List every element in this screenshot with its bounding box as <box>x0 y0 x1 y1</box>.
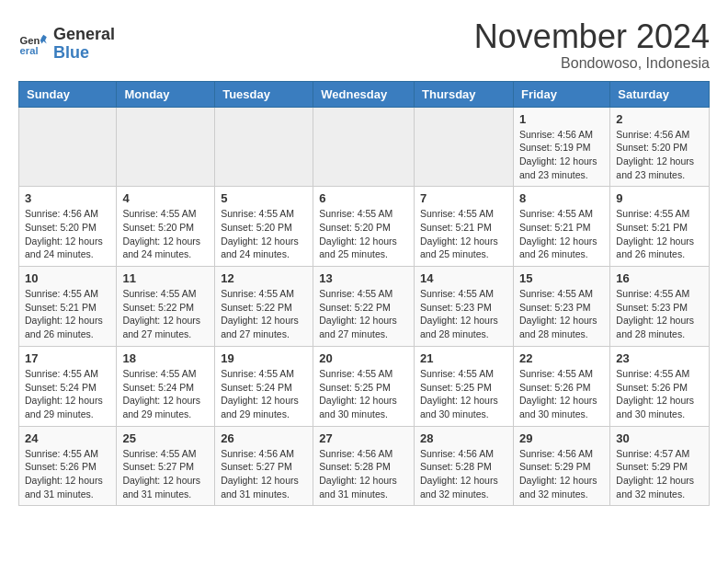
day-number: 26 <box>221 431 307 445</box>
day-cell-3: 3Sunrise: 4:56 AMSunset: 5:20 PMDaylight… <box>19 187 117 267</box>
logo-text: General Blue <box>53 26 115 63</box>
logo-icon: Gen eral <box>18 29 48 59</box>
day-cell-14: 14Sunrise: 4:55 AMSunset: 5:23 PMDayligh… <box>415 267 514 347</box>
day-number: 10 <box>25 271 110 285</box>
day-number: 18 <box>122 351 209 365</box>
day-cell-28: 28Sunrise: 4:56 AMSunset: 5:28 PMDayligh… <box>415 426 514 506</box>
day-number: 2 <box>616 112 703 126</box>
day-cell-empty-0-2 <box>215 107 313 187</box>
column-header-wednesday: Wednesday <box>313 81 415 107</box>
svg-text:eral: eral <box>20 45 39 56</box>
day-info: Sunrise: 4:56 AMSunset: 5:28 PMDaylight:… <box>420 447 507 501</box>
day-info: Sunrise: 4:55 AMSunset: 5:20 PMDaylight:… <box>122 207 209 261</box>
day-info: Sunrise: 4:55 AMSunset: 5:21 PMDaylight:… <box>420 207 507 261</box>
logo-line1: General <box>53 26 115 44</box>
day-cell-empty-0-4 <box>415 107 514 187</box>
day-cell-2: 2Sunrise: 4:56 AMSunset: 5:20 PMDaylight… <box>610 107 710 187</box>
day-number: 3 <box>25 191 110 205</box>
day-number: 14 <box>420 271 507 285</box>
page-header: Gen eral General Blue November 2024 Bond… <box>18 18 710 72</box>
day-cell-29: 29Sunrise: 4:56 AMSunset: 5:29 PMDayligh… <box>513 426 609 506</box>
day-info: Sunrise: 4:56 AMSunset: 5:27 PMDaylight:… <box>221 447 307 501</box>
day-info: Sunrise: 4:55 AMSunset: 5:25 PMDaylight:… <box>420 367 507 421</box>
day-info: Sunrise: 4:55 AMSunset: 5:21 PMDaylight:… <box>616 207 703 261</box>
day-info: Sunrise: 4:55 AMSunset: 5:26 PMDaylight:… <box>616 367 703 421</box>
day-cell-30: 30Sunrise: 4:57 AMSunset: 5:29 PMDayligh… <box>610 426 710 506</box>
day-info: Sunrise: 4:55 AMSunset: 5:20 PMDaylight:… <box>319 207 408 261</box>
day-number: 11 <box>122 271 209 285</box>
day-cell-23: 23Sunrise: 4:55 AMSunset: 5:26 PMDayligh… <box>610 346 710 426</box>
day-cell-27: 27Sunrise: 4:56 AMSunset: 5:28 PMDayligh… <box>313 426 415 506</box>
day-cell-13: 13Sunrise: 4:55 AMSunset: 5:22 PMDayligh… <box>313 267 415 347</box>
day-info: Sunrise: 4:56 AMSunset: 5:29 PMDaylight:… <box>519 447 604 501</box>
day-info: Sunrise: 4:55 AMSunset: 5:27 PMDaylight:… <box>122 447 209 501</box>
day-cell-24: 24Sunrise: 4:55 AMSunset: 5:26 PMDayligh… <box>19 426 117 506</box>
column-header-monday: Monday <box>117 81 215 107</box>
day-info: Sunrise: 4:55 AMSunset: 5:25 PMDaylight:… <box>319 367 408 421</box>
day-info: Sunrise: 4:56 AMSunset: 5:20 PMDaylight:… <box>25 207 110 261</box>
calendar-title: November 2024 <box>474 18 710 55</box>
day-info: Sunrise: 4:55 AMSunset: 5:22 PMDaylight:… <box>221 287 307 341</box>
day-info: Sunrise: 4:55 AMSunset: 5:23 PMDaylight:… <box>420 287 507 341</box>
day-cell-7: 7Sunrise: 4:55 AMSunset: 5:21 PMDaylight… <box>415 187 514 267</box>
calendar-table: SundayMondayTuesdayWednesdayThursdayFrid… <box>18 81 710 507</box>
column-header-saturday: Saturday <box>610 81 710 107</box>
day-cell-9: 9Sunrise: 4:55 AMSunset: 5:21 PMDaylight… <box>610 187 710 267</box>
day-info: Sunrise: 4:56 AMSunset: 5:28 PMDaylight:… <box>319 447 408 501</box>
week-row-4: 17Sunrise: 4:55 AMSunset: 5:24 PMDayligh… <box>19 346 710 426</box>
day-number: 12 <box>221 271 307 285</box>
day-number: 21 <box>420 351 507 365</box>
svg-text:Gen: Gen <box>20 35 40 46</box>
day-info: Sunrise: 4:55 AMSunset: 5:24 PMDaylight:… <box>122 367 209 421</box>
day-cell-4: 4Sunrise: 4:55 AMSunset: 5:20 PMDaylight… <box>117 187 215 267</box>
calendar-header-row: SundayMondayTuesdayWednesdayThursdayFrid… <box>19 81 710 107</box>
column-header-tuesday: Tuesday <box>215 81 313 107</box>
day-info: Sunrise: 4:55 AMSunset: 5:22 PMDaylight:… <box>319 287 408 341</box>
day-number: 24 <box>25 431 110 445</box>
day-number: 8 <box>519 191 604 205</box>
week-row-3: 10Sunrise: 4:55 AMSunset: 5:21 PMDayligh… <box>19 267 710 347</box>
day-info: Sunrise: 4:55 AMSunset: 5:21 PMDaylight:… <box>519 207 604 261</box>
day-cell-1: 1Sunrise: 4:56 AMSunset: 5:19 PMDaylight… <box>513 107 609 187</box>
day-cell-11: 11Sunrise: 4:55 AMSunset: 5:22 PMDayligh… <box>117 267 215 347</box>
day-info: Sunrise: 4:55 AMSunset: 5:23 PMDaylight:… <box>616 287 703 341</box>
day-number: 17 <box>25 351 110 365</box>
day-cell-12: 12Sunrise: 4:55 AMSunset: 5:22 PMDayligh… <box>215 267 313 347</box>
day-number: 1 <box>519 112 604 126</box>
day-info: Sunrise: 4:55 AMSunset: 5:24 PMDaylight:… <box>221 367 307 421</box>
day-cell-empty-0-3 <box>313 107 415 187</box>
day-info: Sunrise: 4:56 AMSunset: 5:20 PMDaylight:… <box>616 128 703 182</box>
day-number: 13 <box>319 271 408 285</box>
logo: Gen eral General Blue <box>18 26 115 63</box>
day-cell-empty-0-1 <box>117 107 215 187</box>
day-cell-15: 15Sunrise: 4:55 AMSunset: 5:23 PMDayligh… <box>513 267 609 347</box>
day-number: 20 <box>319 351 408 365</box>
day-cell-16: 16Sunrise: 4:55 AMSunset: 5:23 PMDayligh… <box>610 267 710 347</box>
day-number: 28 <box>420 431 507 445</box>
calendar-subtitle: Bondowoso, Indonesia <box>474 55 710 72</box>
day-number: 30 <box>616 431 703 445</box>
day-number: 7 <box>420 191 507 205</box>
day-number: 27 <box>319 431 408 445</box>
day-info: Sunrise: 4:55 AMSunset: 5:26 PMDaylight:… <box>25 447 110 501</box>
day-cell-8: 8Sunrise: 4:55 AMSunset: 5:21 PMDaylight… <box>513 187 609 267</box>
column-header-friday: Friday <box>513 81 609 107</box>
logo-line2: Blue <box>53 44 115 63</box>
day-number: 9 <box>616 191 703 205</box>
day-info: Sunrise: 4:56 AMSunset: 5:19 PMDaylight:… <box>519 128 604 182</box>
day-number: 6 <box>319 191 408 205</box>
title-block: November 2024 Bondowoso, Indonesia <box>474 18 710 72</box>
week-row-2: 3Sunrise: 4:56 AMSunset: 5:20 PMDaylight… <box>19 187 710 267</box>
day-number: 23 <box>616 351 703 365</box>
day-info: Sunrise: 4:55 AMSunset: 5:24 PMDaylight:… <box>25 367 110 421</box>
day-info: Sunrise: 4:55 AMSunset: 5:21 PMDaylight:… <box>25 287 110 341</box>
day-number: 22 <box>519 351 604 365</box>
day-info: Sunrise: 4:57 AMSunset: 5:29 PMDaylight:… <box>616 447 703 501</box>
week-row-5: 24Sunrise: 4:55 AMSunset: 5:26 PMDayligh… <box>19 426 710 506</box>
day-cell-empty-0-0 <box>19 107 117 187</box>
day-number: 4 <box>122 191 209 205</box>
day-cell-6: 6Sunrise: 4:55 AMSunset: 5:20 PMDaylight… <box>313 187 415 267</box>
day-info: Sunrise: 4:55 AMSunset: 5:26 PMDaylight:… <box>519 367 604 421</box>
day-cell-22: 22Sunrise: 4:55 AMSunset: 5:26 PMDayligh… <box>513 346 609 426</box>
day-cell-17: 17Sunrise: 4:55 AMSunset: 5:24 PMDayligh… <box>19 346 117 426</box>
